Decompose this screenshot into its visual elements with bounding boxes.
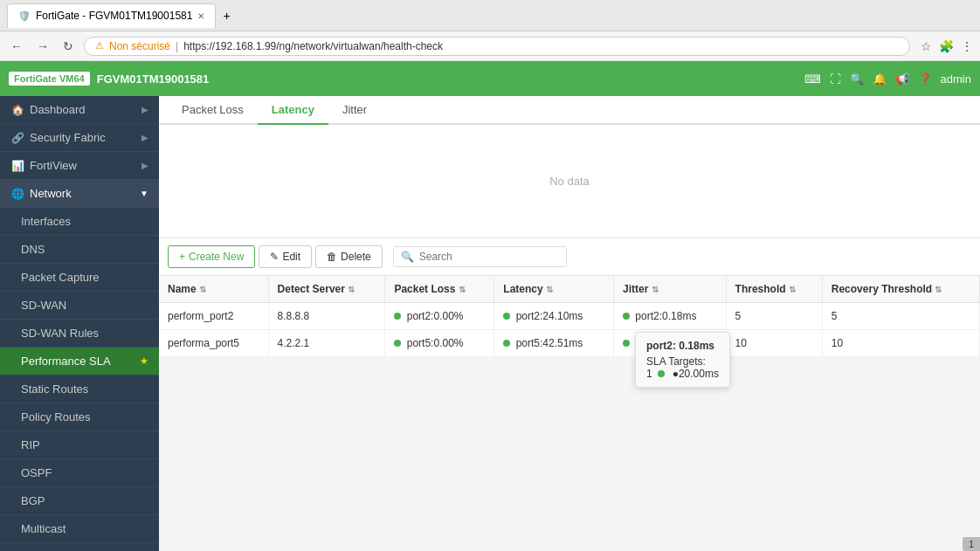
alerts-icon[interactable]: 🔔 — [873, 72, 887, 86]
back-button[interactable]: ← — [7, 38, 26, 55]
sidebar-item-rip[interactable]: RIP — [0, 431, 159, 459]
security-warning: ⚠ — [95, 40, 104, 52]
url-bar[interactable]: ⚠ Non sécurisé | https://192.168.1.99/ng… — [84, 37, 910, 56]
threshold-sort-icon[interactable]: ⇅ — [789, 285, 796, 294]
row1-threshold: 5 — [726, 303, 822, 330]
create-new-button[interactable]: + Create New — [168, 245, 255, 268]
col-recovery-threshold: Recovery Threshold ⇅ — [822, 276, 979, 303]
detect-server-sort-icon[interactable]: ⇅ — [348, 285, 355, 294]
new-tab-button[interactable]: + — [216, 5, 237, 26]
forward-button[interactable]: → — [33, 38, 52, 55]
chart-area: No data — [159, 125, 980, 238]
insecure-label: Non sécurisé — [109, 40, 170, 52]
delete-icon: 🗑 — [327, 251, 337, 263]
table-row: performa_port5 4.2.2.1 port5:0.00% port5… — [159, 330, 980, 357]
tooltip-sla-index: 1 — [646, 368, 652, 380]
tooltip: port2: 0.18ms SLA Targets: 1 ●20.00ms — [635, 332, 730, 388]
delete-button[interactable]: 🗑 Delete — [315, 245, 383, 268]
search-icon: 🔍 — [401, 251, 414, 263]
sidebar-item-interfaces[interactable]: Interfaces — [0, 208, 159, 236]
row1-name: perform_port2 — [159, 303, 268, 330]
sidebar-item-fortiview[interactable]: 📊 FortiView ▶ — [0, 152, 159, 180]
sidebar-item-static-routes[interactable]: Static Routes — [0, 375, 159, 403]
content-area: Packet Loss Latency Jitter No data + Cre… — [159, 96, 980, 551]
sidebar-item-sd-wan[interactable]: SD-WAN — [0, 292, 159, 320]
tab-packet-loss[interactable]: Packet Loss — [168, 96, 258, 125]
edit-button[interactable]: ✎ Edit — [259, 245, 312, 268]
row2-packet-loss-dot — [394, 340, 401, 347]
recovery-threshold-sort-icon[interactable]: ⇅ — [935, 285, 942, 294]
search-icon[interactable]: 🔍 — [850, 72, 864, 86]
name-sort-icon[interactable]: ⇅ — [199, 285, 206, 294]
sidebar-item-dashboard[interactable]: 🏠 Dashboard ▶ — [0, 96, 159, 124]
network-icon: 🌐 — [10, 188, 24, 200]
sidebar-item-dns[interactable]: DNS — [0, 236, 159, 264]
topbar-right: ⌨ ⛶ 🔍 🔔 📢 ❓ admin — [804, 72, 971, 86]
fullscreen-icon[interactable]: ⛶ — [830, 72, 841, 86]
jitter-sort-icon[interactable]: ⇅ — [652, 285, 659, 294]
edit-icon: ✎ — [270, 251, 279, 263]
latency-sort-icon[interactable]: ⇅ — [546, 285, 553, 294]
sidebar-item-sd-wan-rules[interactable]: SD-WAN Rules — [0, 320, 159, 348]
sidebar-item-packet-capture[interactable]: Packet Capture — [0, 264, 159, 292]
refresh-button[interactable]: ↻ — [59, 38, 77, 55]
sidebar-item-ospf[interactable]: OSPF — [0, 459, 159, 487]
admin-label[interactable]: admin — [941, 72, 971, 86]
menu-icon[interactable]: ⋮ — [961, 39, 973, 53]
sidebar-item-performance-sla[interactable]: Performance SLA ★ — [0, 348, 159, 375]
create-icon: + — [179, 251, 185, 263]
forti-logo: FortiGate VM64 — [9, 72, 90, 86]
row2-detect-server: 4.2.2.1 — [268, 330, 385, 357]
tab-latency[interactable]: Latency — [258, 96, 328, 125]
notifications-icon[interactable]: 📢 — [895, 72, 909, 86]
sidebar-item-system[interactable]: ⚙️ System ▶ — [0, 543, 159, 551]
fortiview-icon: 📊 — [10, 160, 24, 172]
tooltip-sla-dot — [658, 370, 665, 377]
content-tabs: Packet Loss Latency Jitter — [159, 96, 980, 125]
help-icon[interactable]: ❓ — [918, 72, 932, 86]
row1-jitter: port2:0.18ms — [614, 303, 727, 330]
main-layout: 🏠 Dashboard ▶ 🔗 Security Fabric ▶ 📊 Fort… — [0, 96, 980, 551]
row1-packet-loss: port2:0.00% — [385, 303, 494, 330]
col-detect-server: Detect Server ⇅ — [268, 276, 385, 303]
col-packet-loss: Packet Loss ⇅ — [385, 276, 494, 303]
tooltip-sla-value-row: 1 ●20.00ms — [646, 368, 719, 380]
row2-threshold: 10 — [726, 330, 822, 357]
forti-topbar: FortiGate VM64 FGVM01TM19001581 ⌨ ⛶ 🔍 🔔 … — [0, 61, 980, 96]
toolbar: + Create New ✎ Edit 🗑 Delete 🔍 — [159, 238, 980, 276]
forti-hostname: FGVM01TM19001581 — [97, 72, 210, 86]
sidebar-item-security-fabric[interactable]: 🔗 Security Fabric ▶ — [0, 124, 159, 152]
dashboard-arrow: ▶ — [141, 105, 148, 114]
sidebar-item-bgp[interactable]: BGP — [0, 487, 159, 515]
performance-sla-table: Name ⇅ Detect Server ⇅ Packet Loss ⇅ — [159, 276, 980, 357]
table-row: perform_port2 8.8.8.8 port2:0.00% port2:… — [159, 303, 980, 330]
row2-packet-loss: port5:0.00% — [385, 330, 494, 357]
row1-latency: port2:24.10ms — [494, 303, 614, 330]
tab-favicon: 🛡️ — [18, 10, 31, 22]
row2-name: performa_port5 — [159, 330, 268, 357]
row1-jitter-dot — [623, 313, 630, 320]
table-container: Name ⇅ Detect Server ⇅ Packet Loss ⇅ — [159, 276, 980, 357]
console-icon[interactable]: ⌨ — [804, 72, 821, 86]
row1-latency-dot — [503, 313, 510, 320]
no-data-text: No data — [549, 175, 590, 188]
sidebar-item-network[interactable]: 🌐 Network ▼ — [0, 180, 159, 208]
col-latency: Latency ⇅ — [494, 276, 614, 303]
sidebar-item-policy-routes[interactable]: Policy Routes — [0, 403, 159, 431]
search-input[interactable] — [419, 251, 559, 263]
tab-jitter[interactable]: Jitter — [328, 96, 381, 125]
sidebar: 🏠 Dashboard ▶ 🔗 Security Fabric ▶ 📊 Fort… — [0, 96, 159, 551]
packet-loss-sort-icon[interactable]: ⇅ — [459, 285, 466, 294]
network-arrow: ▼ — [140, 189, 148, 198]
tab-close-button[interactable]: ✕ — [197, 11, 204, 21]
browser-tab[interactable]: 🛡️ FortiGate - FGVM01TM19001581 ✕ — [7, 3, 216, 28]
url-text: https://192.168.1.99/ng/network/virtualw… — [183, 40, 443, 52]
sidebar-item-multicast[interactable]: Multicast — [0, 515, 159, 543]
url-separator: | — [176, 40, 178, 52]
tooltip-sla-label: SLA Targets: — [646, 355, 706, 368]
row2-jitter-dot — [623, 340, 630, 347]
bookmark-icon[interactable]: ☆ — [921, 39, 932, 53]
extensions-icon[interactable]: 🧩 — [939, 39, 954, 53]
search-box[interactable]: 🔍 — [393, 246, 567, 267]
col-threshold: Threshold ⇅ — [726, 276, 822, 303]
